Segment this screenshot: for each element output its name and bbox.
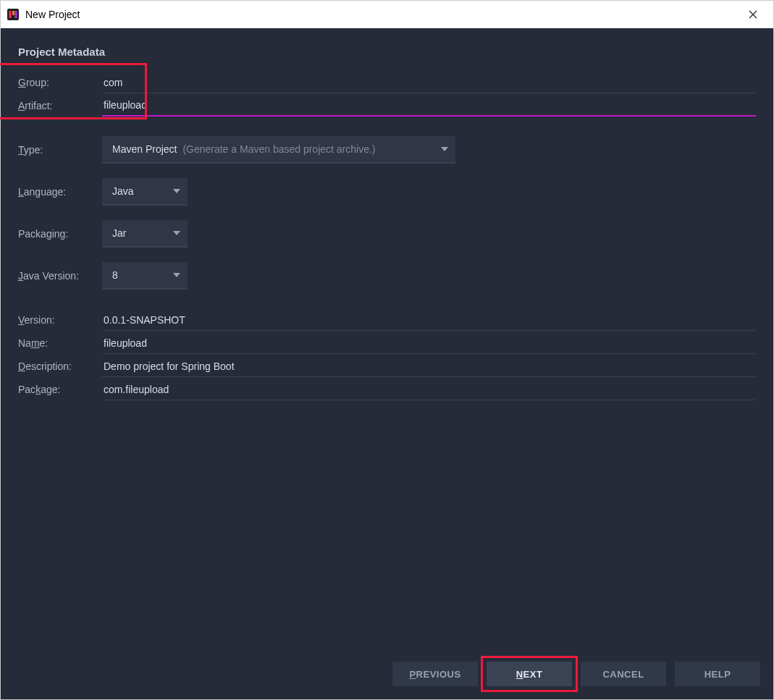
language-select[interactable]: Java: [102, 178, 188, 206]
row-language: Language: Java: [18, 178, 756, 206]
chevron-down-icon: [173, 189, 180, 193]
close-icon: [749, 10, 757, 19]
row-group: Group:: [18, 71, 756, 94]
version-label: Version:: [18, 308, 102, 332]
dialog-content: Project Metadata Group: Artifact: Type: …: [1, 28, 773, 656]
window-title: New Project: [25, 9, 80, 20]
svg-rect-3: [15, 11, 17, 18]
group-label: Group:: [18, 71, 102, 94]
app-icon: [7, 8, 20, 21]
java-version-value: 8: [112, 269, 118, 281]
cancel-button[interactable]: CANCEL: [581, 662, 666, 686]
row-name: Name:: [18, 332, 756, 355]
packaging-label: Packaging:: [18, 222, 102, 245]
row-java-version: Java Version: 8: [18, 262, 756, 290]
description-label: Description:: [18, 355, 102, 378]
titlebar: New Project: [1, 1, 773, 28]
artifact-label: Artifact:: [18, 94, 102, 117]
type-label: Type:: [18, 138, 102, 161]
chevron-down-icon: [441, 147, 448, 151]
type-value: Maven Project: [112, 143, 177, 155]
version-input[interactable]: [102, 310, 756, 331]
group-input[interactable]: [102, 72, 756, 93]
svg-rect-1: [9, 11, 12, 18]
description-input[interactable]: [102, 356, 756, 377]
row-type: Type: Maven Project (Generate a Maven ba…: [18, 136, 756, 164]
previous-button[interactable]: PREVIOUS: [392, 662, 478, 686]
packaging-value: Jar: [112, 227, 126, 239]
packaging-select[interactable]: Jar: [102, 220, 188, 248]
package-label: Package:: [18, 378, 102, 401]
row-packaging: Packaging: Jar: [18, 220, 756, 248]
svg-rect-2: [12, 11, 14, 15]
language-value: Java: [112, 185, 134, 197]
close-button[interactable]: [739, 4, 767, 25]
package-input[interactable]: [102, 379, 756, 400]
button-bar: PREVIOUS NEXT CANCEL HELP: [1, 656, 773, 699]
chevron-down-icon: [173, 273, 180, 277]
section-title: Project Metadata: [18, 46, 756, 58]
java-version-label: Java Version:: [18, 264, 102, 287]
type-select[interactable]: Maven Project (Generate a Maven based pr…: [102, 136, 455, 164]
dialog-window: New Project Project Metadata Group: Arti…: [0, 0, 774, 700]
name-input[interactable]: [102, 333, 756, 354]
artifact-input[interactable]: [102, 95, 756, 117]
row-package: Package:: [18, 378, 756, 401]
row-version: Version:: [18, 308, 756, 332]
help-button[interactable]: HELP: [675, 662, 760, 686]
chevron-down-icon: [173, 231, 180, 235]
name-label: Name:: [18, 332, 102, 355]
type-hint: (Generate a Maven based project archive.…: [182, 143, 375, 155]
next-button[interactable]: NEXT: [487, 662, 572, 686]
row-artifact: Artifact:: [18, 94, 756, 117]
row-description: Description:: [18, 355, 756, 378]
language-label: Language:: [18, 180, 102, 203]
java-version-select[interactable]: 8: [102, 262, 188, 290]
